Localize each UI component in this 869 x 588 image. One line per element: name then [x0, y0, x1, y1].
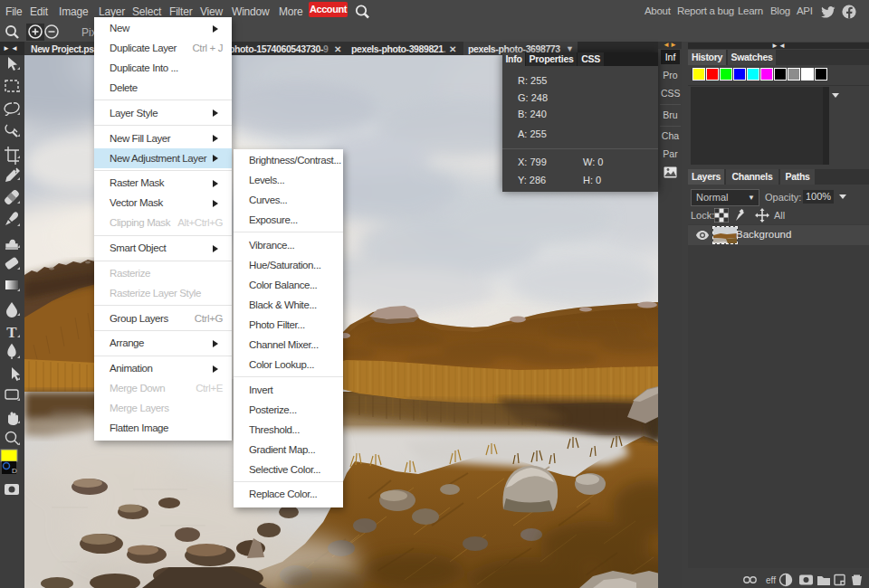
svg-text:eff: eff: [766, 575, 776, 585]
svg-text:T: T: [6, 324, 17, 341]
svg-text:D: D: [12, 467, 17, 475]
